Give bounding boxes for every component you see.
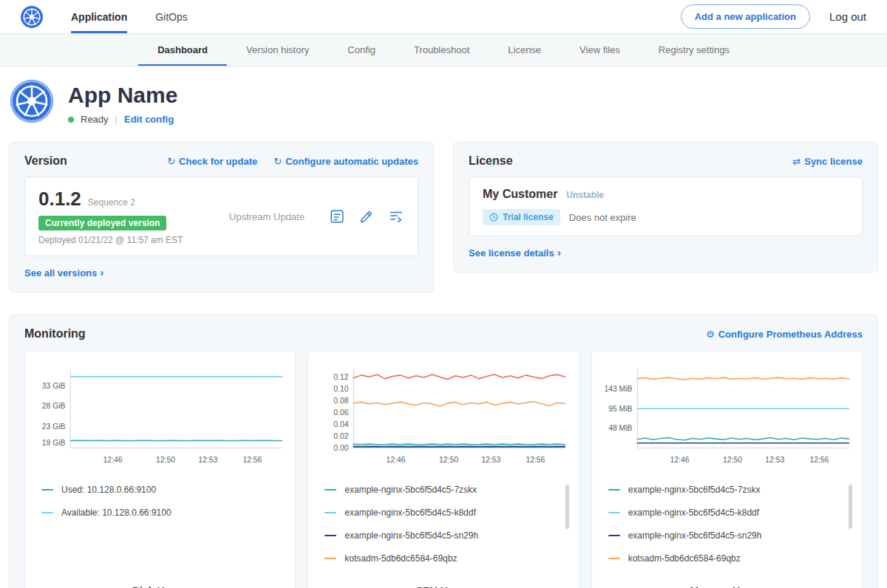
license-card-title: License <box>469 154 513 168</box>
tab-license[interactable]: License <box>489 34 560 66</box>
legend-label: example-nginx-5bc6f5d4c5-k8ddf <box>628 507 759 518</box>
nav-tab-gitops[interactable]: GitOps <box>155 0 188 33</box>
tab-dashboard[interactable]: Dashboard <box>138 34 227 66</box>
tab-config[interactable]: Config <box>328 34 395 66</box>
gear-icon: ⚙ <box>706 329 715 340</box>
svg-text:0.10: 0.10 <box>334 385 349 393</box>
legend-item[interactable]: example-nginx-5bc6f5d4c5-7zskx <box>608 485 844 495</box>
legend-swatch-icon <box>608 558 620 559</box>
legend-item[interactable]: example-nginx-5bc6f5d4c5-sn29h <box>608 530 844 541</box>
legend-swatch-icon <box>41 489 53 490</box>
legend-scrollbar[interactable] <box>849 485 852 529</box>
legend-swatch-icon <box>324 512 336 513</box>
primary-nav: Application GitOps <box>71 0 188 33</box>
svg-text:28 GiB: 28 GiB <box>42 402 66 410</box>
release-notes-icon[interactable] <box>329 208 345 225</box>
svg-text:0.06: 0.06 <box>334 408 349 417</box>
app-status-row: Ready | Edit config <box>68 114 177 125</box>
version-card: Version ↻Check for update ↻Configure aut… <box>9 142 434 293</box>
legend-item[interactable]: Available: 10.128.0.66:9100 <box>41 507 277 518</box>
customer-name: My Customer <box>483 188 557 201</box>
check-for-update-link[interactable]: ↻Check for update <box>167 156 257 167</box>
cpu-usage-chart: 0.120.100.080.060.040.020.0012:4612:5012… <box>316 363 571 471</box>
chart-panel-disk: 33 GiB28 GiB23 GiB19 GiB12:4612:5012:531… <box>24 351 296 588</box>
svg-text:0.12: 0.12 <box>334 373 349 381</box>
version-action-icons <box>329 208 404 225</box>
legend-item[interactable]: example-nginx-5bc6f5d4c5-7zskx <box>324 485 560 495</box>
auto-update-icon: ↻ <box>273 156 282 167</box>
svg-text:12:46: 12:46 <box>670 456 689 464</box>
legend-label: Available: 10.128.0.66:9100 <box>61 507 171 518</box>
upstream-update-label: Upstream Update <box>205 211 329 222</box>
add-new-application-button[interactable]: Add a new application <box>681 4 810 29</box>
memory-usage-chart-title: Memory Usage <box>599 572 854 588</box>
legend-swatch-icon <box>41 512 53 513</box>
legend-swatch-icon <box>324 558 336 559</box>
see-license-details-link[interactable]: See license details› <box>469 246 863 259</box>
kots-admin-console: Application GitOps Add a new application… <box>0 0 887 588</box>
tab-troubleshoot[interactable]: Troubleshoot <box>395 34 489 66</box>
license-expiry: Does not expire <box>569 212 636 223</box>
configure-automatic-updates-link[interactable]: ↻Configure automatic updates <box>273 156 418 167</box>
legend-item[interactable]: kotsadm-5db6dc6584-69qbz <box>324 553 560 564</box>
status-text: Ready <box>81 114 109 125</box>
logout-link[interactable]: Log out <box>829 10 866 23</box>
tab-version-history[interactable]: Version history <box>227 34 328 66</box>
see-all-versions-link[interactable]: See all versions› <box>24 266 418 278</box>
version-info: 0.1.2 Sequence 2 Currently deployed vers… <box>38 188 205 245</box>
svg-text:0.04: 0.04 <box>334 420 349 428</box>
nav-right: Add a new application Log out <box>681 0 866 33</box>
cpu-usage-legend: example-nginx-5bc6f5d4c5-7zskxexample-ng… <box>316 483 571 572</box>
chart-panel-memory: 143 MiB95 MiB48 MiB12:4612:5012:5312:56 … <box>591 351 863 588</box>
tab-view-files[interactable]: View files <box>560 34 639 66</box>
nav-tab-application[interactable]: Application <box>71 0 127 33</box>
legend-swatch-icon <box>608 489 620 490</box>
legend-item[interactable]: Used: 10.128.0.66:9100 <box>41 485 277 495</box>
tab-registry-settings[interactable]: Registry settings <box>639 34 749 66</box>
page-title: App Name <box>68 83 177 108</box>
memory-usage-chart: 143 MiB95 MiB48 MiB12:4612:5012:5312:56 <box>599 363 854 471</box>
svg-text:12:50: 12:50 <box>723 456 742 464</box>
svg-text:12:56: 12:56 <box>242 456 262 464</box>
sync-icon: ⇄ <box>792 156 801 167</box>
license-card-header: License ⇄Sync license <box>469 154 863 168</box>
configure-prometheus-link[interactable]: ⚙Configure Prometheus Address <box>706 329 863 340</box>
chart-panel-cpu: 0.120.100.080.060.040.020.0012:4612:5012… <box>307 351 579 588</box>
app-subnav: Dashboard Version history Config Trouble… <box>0 34 887 66</box>
sync-license-label: Sync license <box>804 156 863 167</box>
legend-label: example-nginx-5bc6f5d4c5-sn29h <box>344 530 478 541</box>
legend-label: example-nginx-5bc6f5d4c5-k8ddf <box>344 507 475 518</box>
sync-license-link[interactable]: ⇄Sync license <box>792 156 863 167</box>
channel-name: Unstable <box>566 190 604 200</box>
monitoring-header: Monitoring ⚙Configure Prometheus Address <box>24 327 863 341</box>
svg-text:12:53: 12:53 <box>198 456 217 464</box>
see-all-versions-label: See all versions <box>24 267 97 278</box>
svg-text:48 MiB: 48 MiB <box>608 424 632 432</box>
chevron-right-icon: › <box>100 266 103 278</box>
legend-swatch-icon <box>608 512 620 513</box>
license-card: License ⇄Sync license My Customer Unstab… <box>453 142 878 273</box>
legend-item[interactable]: example-nginx-5bc6f5d4c5-k8ddf <box>324 507 560 518</box>
legend-item[interactable]: example-nginx-5bc6f5d4c5-sn29h <box>324 530 560 541</box>
deployed-timestamp: Deployed 01/21/22 @ 11:57 am EST <box>38 235 205 245</box>
deployed-badge: Currently deployed version <box>38 216 166 230</box>
legend-item[interactable]: kotsadm-5db6dc6584-69qbz <box>608 553 844 564</box>
version-number: 0.1.2 <box>38 188 81 211</box>
legend-swatch-icon <box>324 535 336 536</box>
config-icon[interactable] <box>358 208 375 225</box>
cpu-usage-chart-title: CPU Usage <box>316 572 571 588</box>
chart-panels: 33 GiB28 GiB23 GiB19 GiB12:4612:5012:531… <box>24 351 863 588</box>
app-header: App Name Ready | Edit config <box>0 66 887 142</box>
deploy-logs-icon[interactable] <box>388 208 404 225</box>
edit-config-link[interactable]: Edit config <box>124 114 174 125</box>
svg-text:12:53: 12:53 <box>482 456 501 464</box>
disk-usage-chart-title: Disk Usage <box>33 572 288 588</box>
svg-text:12:46: 12:46 <box>103 456 123 464</box>
legend-item[interactable]: example-nginx-5bc6f5d4c5-k8ddf <box>608 507 844 518</box>
legend-scrollbar[interactable] <box>565 485 569 529</box>
legend-label: Used: 10.128.0.66:9100 <box>61 485 156 495</box>
monitoring-title: Monitoring <box>24 327 86 341</box>
check-for-update-label: Check for update <box>179 156 257 167</box>
divider: | <box>115 114 118 125</box>
chevron-right-icon: › <box>557 246 561 259</box>
